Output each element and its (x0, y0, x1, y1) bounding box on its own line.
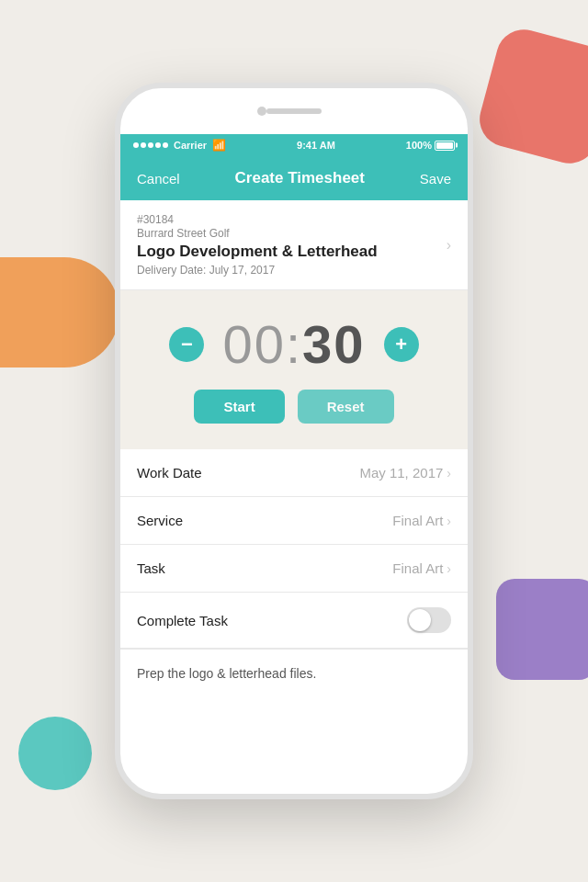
cancel-button[interactable]: Cancel (137, 171, 180, 187)
phone-screen: Carrier 📶 9:41 AM 100% Cancel Create Tim… (120, 134, 468, 794)
bg-decoration-coral (473, 23, 588, 169)
task-chevron-icon: › (447, 561, 451, 576)
job-info: #30184 Burrard Street Golf Logo Developm… (137, 213, 439, 277)
work-date-chevron-icon: › (447, 466, 451, 481)
signal-dots (133, 142, 168, 148)
page-title: Create Timesheet (235, 169, 365, 187)
status-left: Carrier 📶 (133, 139, 226, 152)
status-time: 9:41 AM (297, 140, 335, 151)
phone-speaker (266, 108, 322, 114)
wifi-icon: 📶 (212, 139, 226, 152)
timer-row: − 00:30 + (169, 318, 418, 371)
service-value: Final Art (392, 513, 443, 528)
service-row[interactable]: Service Final Art › (120, 497, 468, 545)
timer-actions: Start Reset (194, 390, 393, 424)
work-date-label: Work Date (137, 465, 202, 481)
notes-section: Prep the logo & letterhead files. (120, 649, 468, 698)
job-title: Logo Development & Letterhead (137, 243, 439, 261)
battery-bar (435, 141, 455, 151)
work-date-value: May 11, 2017 (359, 465, 443, 481)
status-bar: Carrier 📶 9:41 AM 100% (120, 134, 468, 156)
nav-bar: Cancel Create Timesheet Save (120, 156, 468, 200)
battery-indicator: 100% (406, 140, 455, 151)
task-value: Final Art (392, 560, 443, 576)
timer-section: − 00:30 + Start Reset (120, 290, 468, 449)
task-value-group: Final Art › (392, 560, 451, 576)
form-section: Work Date May 11, 2017 › Service Final A… (120, 449, 468, 649)
timer-increment-button[interactable]: + (384, 327, 419, 362)
signal-dot (155, 142, 161, 148)
timer-minutes: 30 (302, 314, 366, 374)
job-info-section[interactable]: #30184 Burrard Street Golf Logo Developm… (120, 200, 468, 290)
battery-fill (436, 142, 453, 149)
job-company: Burrard Street Golf (137, 227, 439, 240)
work-date-value-group: May 11, 2017 › (359, 465, 451, 481)
work-date-row[interactable]: Work Date May 11, 2017 › (120, 449, 468, 497)
bg-decoration-orange (0, 257, 119, 368)
bg-decoration-teal (18, 717, 92, 790)
chevron-right-icon: › (447, 237, 451, 254)
service-label: Service (137, 513, 183, 528)
signal-dot (163, 142, 168, 148)
notes-text: Prep the logo & letterhead files. (137, 666, 316, 681)
task-row[interactable]: Task Final Art › (120, 545, 468, 593)
phone-camera (257, 107, 266, 116)
start-button[interactable]: Start (194, 390, 284, 424)
complete-task-label: Complete Task (137, 613, 228, 628)
job-delivery-date: Delivery Date: July 17, 2017 (137, 264, 439, 277)
job-number: #30184 (137, 213, 439, 226)
complete-task-row: Complete Task (120, 593, 468, 649)
bg-decoration-purple (496, 579, 588, 680)
toggle-thumb (409, 609, 431, 631)
reset-button[interactable]: Reset (298, 390, 394, 424)
signal-dot (133, 142, 139, 148)
carrier-label: Carrier (174, 140, 207, 151)
timer-separator: : (286, 314, 302, 374)
signal-dot (141, 142, 146, 148)
timer-decrement-button[interactable]: − (169, 327, 204, 362)
signal-dot (148, 142, 153, 148)
phone-shell: Carrier 📶 9:41 AM 100% Cancel Create Tim… (115, 83, 473, 799)
battery-percent: 100% (406, 140, 432, 151)
save-button[interactable]: Save (420, 171, 451, 187)
phone-top-bar (120, 88, 468, 134)
timer-hours: 00 (222, 314, 286, 374)
service-chevron-icon: › (447, 514, 451, 528)
service-value-group: Final Art › (392, 513, 451, 528)
complete-task-toggle[interactable] (407, 607, 451, 633)
task-label: Task (137, 560, 165, 576)
timer-display: 00:30 (222, 318, 365, 371)
